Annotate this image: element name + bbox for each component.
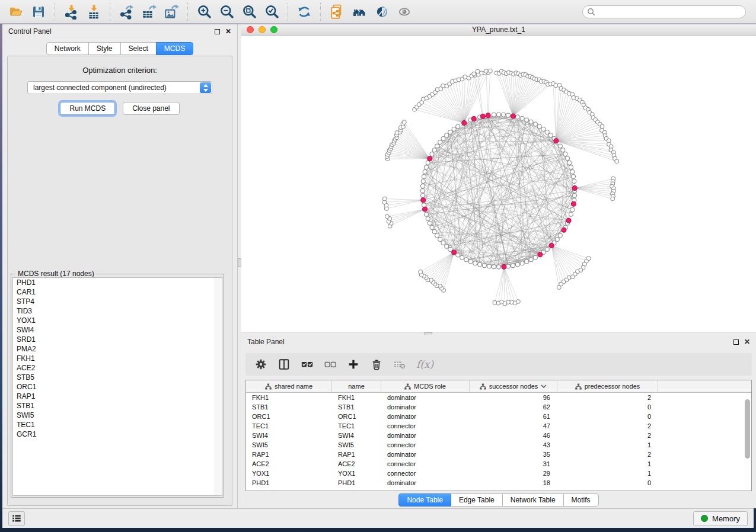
tab-mcds[interactable]: MCDS: [156, 42, 193, 55]
open-session-icon[interactable]: [7, 4, 25, 20]
mcds-result-item[interactable]: TEC1: [13, 420, 222, 430]
refresh-layout-icon[interactable]: [295, 4, 313, 20]
table-cell[interactable]: 18: [470, 479, 557, 486]
table-cell[interactable]: ORC1: [332, 413, 381, 420]
memory-button[interactable]: Memory: [693, 511, 748, 526]
zoom-out-icon[interactable]: [218, 4, 235, 20]
float-panel-icon[interactable]: [215, 29, 220, 34]
table-cell[interactable]: connector: [381, 470, 470, 477]
criterion-dropdown[interactable]: largest connected component (undirected): [27, 81, 212, 94]
table-cell[interactable]: STB1: [332, 403, 381, 411]
mcds-result-item[interactable]: SRD1: [13, 335, 222, 344]
table-cell[interactable]: 31: [470, 460, 557, 467]
table-row[interactable]: FKH1FKH1dominator962: [246, 393, 751, 402]
table-row[interactable]: SWI5SWI5connector431: [246, 440, 751, 450]
table-cell[interactable]: connector: [381, 422, 470, 430]
table-cell[interactable]: dominator: [381, 432, 470, 439]
table-cell[interactable]: 0: [557, 479, 658, 486]
column-header-name[interactable]: name: [332, 380, 381, 392]
float-panel-icon[interactable]: [733, 339, 739, 345]
node-table[interactable]: shared namenameMCDS rolesuccessor nodesp…: [245, 380, 752, 491]
table-cell[interactable]: RAP1: [332, 451, 381, 458]
task-history-button[interactable]: [8, 511, 25, 526]
table-cell[interactable]: 0: [557, 413, 658, 420]
mcds-result-item[interactable]: YOX1: [13, 316, 222, 325]
mcds-result-item[interactable]: GCR1: [13, 430, 222, 439]
table-cell[interactable]: 1: [557, 441, 658, 448]
table-cell[interactable]: FKH1: [332, 394, 381, 401]
mcds-result-item[interactable]: PHD1: [13, 278, 222, 287]
add-column-icon[interactable]: [346, 357, 361, 372]
import-table-icon[interactable]: [85, 4, 103, 20]
table-scrollbar-thumb[interactable]: [745, 399, 750, 459]
table-cell[interactable]: PHD1: [332, 479, 381, 486]
table-cell[interactable]: ACE2: [332, 460, 381, 467]
zoom-selected-icon[interactable]: [263, 4, 280, 20]
tab-motifs[interactable]: Motifs: [563, 493, 599, 507]
table-cell[interactable]: STB1: [246, 403, 332, 411]
table-cell[interactable]: RAP1: [246, 451, 332, 458]
table-cell[interactable]: YOX1: [246, 470, 332, 477]
table-cell[interactable]: 2: [557, 422, 658, 430]
export-network-icon[interactable]: [117, 4, 135, 20]
mcds-result-item[interactable]: SWI4: [13, 325, 222, 335]
column-header-MCDS-role[interactable]: MCDS role: [381, 380, 470, 392]
export-table-icon[interactable]: [140, 4, 158, 20]
table-cell[interactable]: 61: [470, 413, 557, 420]
table-cell[interactable]: connector: [381, 460, 470, 467]
export-image-icon[interactable]: [162, 4, 180, 20]
mcds-result-item[interactable]: FKH1: [13, 354, 222, 363]
table-cell[interactable]: 2: [557, 432, 658, 439]
toggle-panels-icon[interactable]: [276, 357, 292, 372]
table-row[interactable]: ORC1ORC1dominator610: [246, 412, 751, 421]
network-from-selection-icon[interactable]: [328, 4, 346, 20]
show-hide-icon[interactable]: [395, 4, 413, 20]
table-cell[interactable]: 0: [557, 403, 658, 411]
table-cell[interactable]: 47: [470, 422, 557, 430]
column-header-predecessor-nodes[interactable]: predecessor nodes: [557, 380, 658, 392]
table-row[interactable]: ACE2ACE2connector311: [246, 459, 751, 469]
network-canvas[interactable]: [241, 36, 756, 332]
graphics-details-icon[interactable]: [373, 4, 391, 20]
table-row[interactable]: YOX1YOX1connector291: [246, 469, 751, 478]
table-cell[interactable]: SWI5: [332, 441, 381, 448]
table-row[interactable]: TEC1TEC1connector472: [246, 421, 751, 431]
zoom-fit-icon[interactable]: [240, 4, 258, 20]
table-cell[interactable]: 1: [557, 460, 658, 467]
table-settings-icon[interactable]: [253, 357, 269, 372]
table-cell[interactable]: ORC1: [246, 413, 332, 420]
column-header-successor-nodes[interactable]: successor nodes: [470, 380, 557, 392]
table-scrollbar[interactable]: [744, 393, 751, 489]
mcds-result-item[interactable]: ORC1: [13, 382, 222, 392]
mcds-result-item[interactable]: RAP1: [13, 392, 222, 401]
table-cell[interactable]: 29: [470, 470, 557, 477]
mcds-result-list[interactable]: PHD1CAR1STP4TID3YOX1SWI4SRD1PMA2FKH1ACE2…: [12, 277, 222, 496]
close-panel-icon[interactable]: ✕: [744, 339, 750, 345]
table-row[interactable]: SWI4SWI4dominator462: [246, 431, 751, 440]
cybrowser-home-icon[interactable]: [350, 4, 368, 20]
tab-network[interactable]: Network: [46, 42, 89, 55]
table-cell[interactable]: 35: [470, 451, 557, 458]
table-cell[interactable]: 46: [470, 432, 557, 439]
mcds-result-item[interactable]: PMA2: [13, 344, 222, 354]
table-cell[interactable]: TEC1: [332, 422, 381, 430]
search-field[interactable]: [582, 5, 746, 18]
table-cell[interactable]: 62: [470, 403, 557, 411]
deselect-all-icon[interactable]: [323, 357, 338, 372]
save-session-icon[interactable]: [30, 4, 47, 20]
table-cell[interactable]: YOX1: [332, 470, 381, 477]
table-cell[interactable]: dominator: [381, 394, 470, 401]
table-cell[interactable]: connector: [381, 441, 470, 448]
function-builder-icon[interactable]: f(x): [416, 358, 433, 370]
table-cell[interactable]: TEC1: [246, 422, 332, 430]
table-cell[interactable]: 2: [557, 451, 658, 458]
run-mcds-button[interactable]: Run MCDS: [60, 102, 115, 115]
table-cell[interactable]: 96: [470, 394, 557, 401]
table-cell[interactable]: SWI4: [332, 432, 381, 439]
table-cell[interactable]: FKH1: [246, 394, 332, 401]
mcds-result-item[interactable]: ACE2: [13, 363, 222, 373]
select-all-icon[interactable]: [299, 357, 315, 372]
mcds-result-item[interactable]: STB1: [13, 401, 222, 411]
table-cell[interactable]: PHD1: [246, 479, 332, 486]
table-row[interactable]: STB1STB1dominator620: [246, 402, 751, 412]
